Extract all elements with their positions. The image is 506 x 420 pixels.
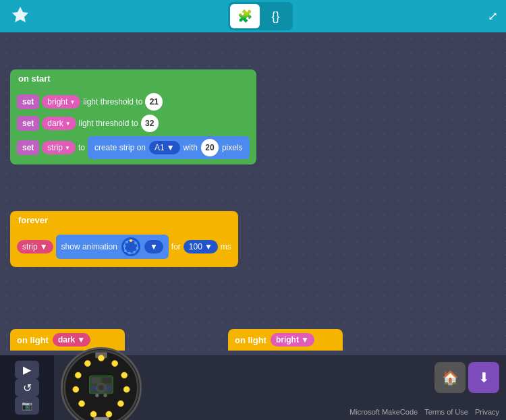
- to-label: to: [78, 143, 85, 152]
- microsoft-makecode-text: Microsoft MakeCode: [349, 408, 418, 416]
- pin-arrow: ▼: [167, 143, 175, 152]
- svg-point-28: [95, 394, 99, 397]
- device-preview: [54, 355, 148, 420]
- dark-value[interactable]: 32: [141, 115, 159, 132]
- header: 🧩 {} ⤢: [0, 0, 506, 32]
- forever-body: strip ▼ show animation: [10, 229, 238, 267]
- show-animation-block: show animation: [56, 235, 169, 259]
- on-light-dark-prefix: on light: [17, 335, 49, 345]
- screenshot-button[interactable]: 📷: [15, 396, 39, 415]
- on-start-label: on start: [18, 73, 51, 84]
- on-light-bright-prefix: on light: [235, 335, 266, 345]
- duration-dropdown[interactable]: 100 ▼: [184, 240, 218, 253]
- svg-point-22: [106, 411, 112, 417]
- svg-point-7: [124, 249, 127, 252]
- svg-rect-16: [94, 417, 109, 420]
- expand-icon[interactable]: ⤢: [488, 9, 498, 24]
- dark-var-pill[interactable]: dark ▼: [42, 117, 76, 130]
- bright-light-pill[interactable]: bright ▼: [271, 333, 314, 347]
- forever-header: forever: [10, 211, 238, 229]
- on-light-bright-group: on light bright ▼: [228, 329, 343, 351]
- create-strip-block: create strip on A1 ▼ with 20 pixels: [88, 136, 250, 159]
- set-label-3: set: [17, 140, 39, 155]
- svg-point-25: [73, 386, 79, 392]
- svg-point-26: [75, 372, 81, 378]
- strip-forever-arrow: ▼: [40, 242, 48, 251]
- bottom-bar: ▶ ↺ 📷: [0, 355, 506, 420]
- tab-blocks[interactable]: 🧩: [230, 4, 260, 28]
- tab-javascript[interactable]: {}: [261, 4, 291, 28]
- svg-point-24: [79, 400, 85, 407]
- bright-pill-arrow: ▼: [301, 335, 309, 344]
- threshold-label-2: light threshold to: [79, 119, 138, 128]
- download-button[interactable]: ⬇: [468, 362, 499, 393]
- terms-link[interactable]: Terms of Use: [424, 408, 468, 416]
- strip-pill-forever[interactable]: strip ▼: [17, 240, 53, 253]
- dark-arrow: ▼: [65, 121, 71, 127]
- ms-label: ms: [221, 242, 231, 251]
- svg-point-27: [84, 361, 90, 367]
- svg-point-21: [118, 400, 124, 407]
- with-label: with: [184, 143, 198, 152]
- set-strip-row: set strip ▼ to create strip on A1 ▼ with…: [17, 136, 250, 159]
- set-label-2: set: [17, 116, 39, 131]
- on-start-header: on start: [10, 69, 256, 88]
- for-label: for: [171, 242, 181, 251]
- svg-point-2: [130, 239, 132, 242]
- play-button[interactable]: ▶: [15, 361, 39, 379]
- privacy-link[interactable]: Privacy: [475, 408, 499, 416]
- svg-point-3: [134, 242, 137, 245]
- forever-row: strip ▼ show animation: [17, 235, 231, 259]
- svg-point-20: [123, 386, 130, 392]
- on-start-body: set bright ▼ light threshold to 21 set d…: [10, 88, 256, 164]
- device-svg: [63, 344, 140, 420]
- logo: [8, 3, 32, 30]
- threshold-label-1: light threshold to: [83, 97, 142, 107]
- forever-label: forever: [18, 215, 48, 225]
- simulator-panel: ▶ ↺ 📷: [0, 355, 54, 420]
- create-strip-text: create strip on: [94, 143, 146, 152]
- set-dark-row: set dark ▼ light threshold to 32: [17, 115, 250, 132]
- center-tabs: 🧩 {}: [228, 2, 293, 30]
- svg-point-9: [125, 241, 128, 243]
- pin-pill[interactable]: A1 ▼: [149, 141, 180, 154]
- home-button[interactable]: 🏠: [434, 362, 466, 393]
- footer-text: Microsoft MakeCode Terms of Use Privacy: [349, 408, 499, 416]
- svg-point-31: [99, 385, 103, 390]
- duration-arrow: ▼: [204, 242, 213, 251]
- bright-value[interactable]: 21: [145, 93, 163, 111]
- svg-point-17: [99, 355, 105, 361]
- on-start-group: on start set bright ▼ light threshold to…: [10, 69, 256, 164]
- on-light-bright-block: on light bright ▼: [228, 329, 343, 351]
- svg-point-5: [133, 251, 136, 253]
- forever-group: forever strip ▼ show animation: [10, 211, 238, 267]
- set-bright-row: set bright ▼ light threshold to 21: [17, 93, 250, 111]
- pixels-label: pixels: [222, 143, 243, 152]
- animation-icon[interactable]: [121, 237, 140, 256]
- svg-point-19: [121, 372, 128, 378]
- bright-arrow: ▼: [69, 99, 75, 105]
- workspace: on start set bright ▼ light threshold to…: [0, 32, 506, 388]
- animation-dropdown[interactable]: ▼: [144, 240, 163, 253]
- strip-arrow: ▼: [65, 145, 70, 151]
- animation-dropdown-arrow: ▼: [150, 242, 158, 251]
- svg-rect-13: [103, 378, 111, 384]
- strip-var-pill[interactable]: strip ▼: [42, 141, 76, 154]
- refresh-button[interactable]: ↺: [15, 379, 39, 397]
- svg-point-18: [112, 361, 118, 367]
- pixels-value[interactable]: 20: [201, 139, 219, 156]
- svg-rect-12: [91, 378, 100, 384]
- svg-point-29: [104, 394, 107, 397]
- bottom-right-buttons: 🏠 ⬇: [434, 362, 499, 393]
- svg-point-23: [90, 411, 96, 417]
- bright-var-pill[interactable]: bright ▼: [42, 95, 80, 109]
- set-label-1: set: [17, 94, 39, 109]
- device-circle: [61, 347, 142, 420]
- dark-pill-arrow: ▼: [77, 335, 85, 344]
- show-animation-text: show animation: [61, 242, 117, 251]
